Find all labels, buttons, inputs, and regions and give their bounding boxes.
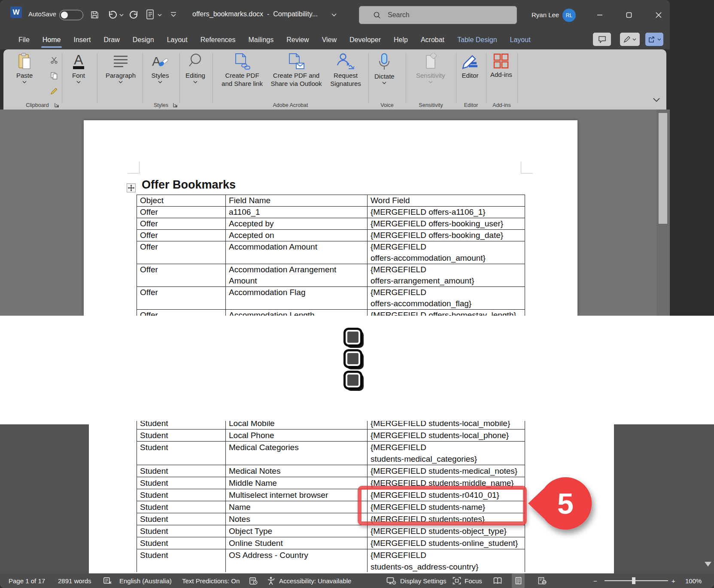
- text-predictions-indicator[interactable]: Text Predictions: On: [182, 573, 240, 588]
- editing-label: Editing: [185, 71, 205, 79]
- cell-object: Student: [137, 430, 226, 442]
- comments-button[interactable]: [593, 33, 611, 46]
- undo-icon[interactable]: [107, 9, 118, 20]
- document-title-text: offers_bookmarks.docx: [192, 10, 263, 18]
- titlebar: W AutoSave offers_bookmarks.docx: [0, 0, 670, 30]
- tab-file[interactable]: File: [12, 30, 36, 49]
- accessibility-status[interactable]: Accessibility: Unavailable: [279, 573, 351, 588]
- user-name[interactable]: Ryan Lee: [532, 11, 559, 18]
- proofing-errors-icon[interactable]: [103, 573, 112, 588]
- copy-button[interactable]: [49, 71, 59, 80]
- svg-text:?: ?: [273, 578, 275, 581]
- avatar[interactable]: RL: [562, 9, 576, 22]
- close-button[interactable]: [653, 9, 664, 21]
- undo-dropdown-icon[interactable]: [119, 14, 124, 17]
- display-settings-label[interactable]: Display Settings: [400, 573, 447, 588]
- table-row: Offera1106_1{MERGEFIELD offers-a1106_1}: [137, 207, 525, 218]
- redo-icon[interactable]: [129, 9, 139, 20]
- tab-home[interactable]: Home: [36, 30, 67, 49]
- share-button[interactable]: [645, 33, 663, 46]
- tab-view[interactable]: View: [316, 30, 343, 49]
- scroll-down-arrow-icon[interactable]: [705, 562, 711, 567]
- tab-draw[interactable]: Draw: [97, 30, 126, 49]
- tab-layout[interactable]: Layout: [504, 30, 537, 49]
- zoom-level[interactable]: 100%: [685, 573, 702, 588]
- cell-word-field: {MERGEFIELD students-os_address-country}: [368, 549, 525, 572]
- format-painter-button[interactable]: [49, 86, 59, 96]
- clipboard-dialog-launcher-icon[interactable]: [54, 102, 60, 108]
- addins-button[interactable]: Add-ins: [490, 53, 512, 79]
- maximize-button[interactable]: [623, 9, 635, 21]
- create-pdf-outlook-label: Create PDF and Share via Outlook: [270, 71, 322, 88]
- create-pdf-share-link-button[interactable]: Create PDF and Share link: [217, 53, 267, 88]
- zoom-in-button[interactable]: +: [671, 573, 675, 588]
- create-pdf-outlook-button[interactable]: Create PDF and Share via Outlook: [268, 53, 324, 88]
- ribbon-group-editor: Editor Editor: [456, 49, 486, 110]
- quick-access-toolbar-icon[interactable]: [170, 12, 177, 18]
- focus-icon[interactable]: [453, 573, 461, 588]
- title-dropdown-icon[interactable]: [331, 13, 337, 17]
- cut-button[interactable]: [49, 55, 59, 65]
- ribbon-group-styles: A Styles Styles: [143, 49, 179, 110]
- scrollbar-thumb[interactable]: [659, 113, 667, 224]
- print-layout-button[interactable]: [512, 573, 525, 588]
- page-margin-right: [614, 424, 714, 573]
- tab-acrobat[interactable]: Acrobat: [414, 30, 451, 49]
- cell-field-name: Multiselect internet browser: [226, 489, 368, 501]
- addins-label: Add-ins: [490, 70, 512, 79]
- page-indicator[interactable]: Page 1 of 17: [9, 573, 45, 588]
- paste-options-dropdown-icon[interactable]: [158, 14, 162, 17]
- editing-time-icon[interactable]: [249, 573, 258, 588]
- paste-options-icon[interactable]: [146, 9, 155, 20]
- styles-dialog-launcher-icon[interactable]: [173, 102, 178, 108]
- zoom-slider-thumb[interactable]: [632, 577, 635, 584]
- tab-insert[interactable]: Insert: [67, 30, 97, 49]
- cell-object: Student: [137, 549, 226, 572]
- tab-help[interactable]: Help: [387, 30, 414, 49]
- cell-word-field: {MERGEFIELD offers-arrangement_amount}: [368, 264, 525, 287]
- tab-design[interactable]: Design: [126, 30, 161, 49]
- editing-mode-button[interactable]: [620, 33, 640, 46]
- cell-object: Student: [137, 513, 226, 525]
- styles-menu-button[interactable]: A Styles: [149, 53, 171, 83]
- zoom-slider-track[interactable]: [605, 580, 668, 581]
- tab-references[interactable]: References: [194, 30, 242, 49]
- cell-word-field: {MERGEFIELD students-object_type}: [368, 525, 525, 537]
- save-icon[interactable]: [90, 10, 99, 19]
- font-menu-button[interactable]: A Font: [70, 53, 88, 83]
- display-settings-icon[interactable]: [386, 573, 396, 588]
- language-indicator[interactable]: English (Australia): [119, 573, 172, 588]
- cell-field-name: Accepted on: [226, 230, 368, 241]
- document-title[interactable]: offers_bookmarks.docx - Compatibility...: [192, 10, 318, 18]
- tab-review[interactable]: Review: [280, 30, 315, 49]
- focus-label[interactable]: Focus: [465, 573, 482, 588]
- search-bar[interactable]: [359, 6, 517, 24]
- document-page[interactable]: Offer Bookmarks ObjectField NameWord Fie…: [84, 120, 577, 316]
- editor-button[interactable]: Editor: [461, 53, 479, 79]
- page-margin-left: [0, 424, 89, 573]
- dictate-button[interactable]: Dictate: [374, 53, 395, 84]
- tab-layout[interactable]: Layout: [161, 30, 194, 49]
- paragraph-menu-button[interactable]: Paragraph: [106, 53, 136, 83]
- paste-button[interactable]: Paste: [16, 53, 33, 83]
- zoom-out-button[interactable]: −: [593, 573, 597, 588]
- tab-developer[interactable]: Developer: [343, 30, 387, 49]
- collapse-ribbon-icon[interactable]: [653, 97, 660, 102]
- ribbon-group-font: A Font: [62, 49, 97, 110]
- request-signatures-button[interactable]: Request Signatures: [325, 53, 366, 88]
- cell-field-name: Accommodation Length: [226, 310, 368, 316]
- sensitivity-button[interactable]: Sensitivity: [416, 53, 445, 83]
- accessibility-icon[interactable]: ?: [267, 573, 275, 588]
- editing-menu-button[interactable]: Editing: [185, 53, 205, 83]
- table-move-handle[interactable]: [127, 183, 136, 192]
- web-layout-button[interactable]: [536, 573, 549, 588]
- read-mode-button[interactable]: [491, 573, 504, 588]
- search-input[interactable]: [387, 11, 498, 19]
- tab-table-design[interactable]: Table Design: [451, 30, 504, 49]
- autosave-toggle[interactable]: [59, 10, 83, 20]
- tab-mailings[interactable]: Mailings: [242, 30, 280, 49]
- minimize-button[interactable]: [594, 9, 605, 21]
- table-row: StudentMedical Notes{MERGEFIELD students…: [137, 465, 525, 477]
- word-count[interactable]: 2891 words: [58, 573, 91, 588]
- editor-pen-icon: [461, 53, 479, 70]
